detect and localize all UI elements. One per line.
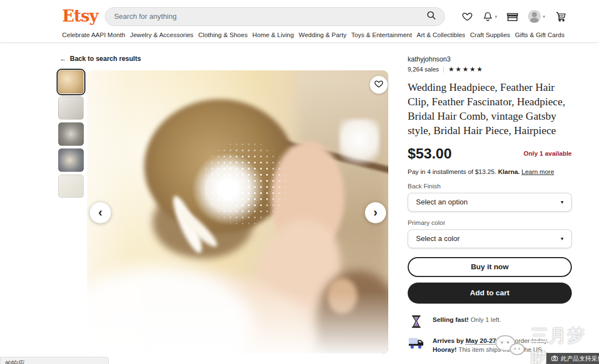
back-link-label: Back to search results bbox=[70, 55, 141, 63]
arrives-suffix: if you order today. bbox=[496, 337, 548, 344]
chevron-left-icon: ‹ bbox=[98, 207, 102, 219]
seller-rating-row[interactable]: 9,264 sales ★★★★★ bbox=[408, 65, 572, 73]
nav-wedding-party[interactable]: Wedding & Party bbox=[299, 32, 347, 38]
chevron-down-icon: ▾ bbox=[495, 14, 498, 19]
option-label-primary-color: Primary color bbox=[408, 219, 572, 226]
notifications-button[interactable]: ▾ bbox=[483, 11, 498, 22]
thumbnail-5[interactable] bbox=[58, 175, 84, 198]
photo-birdcage-veil bbox=[197, 141, 292, 225]
buy-it-now-button[interactable]: Buy it now bbox=[408, 257, 572, 277]
avatar-icon bbox=[528, 10, 541, 23]
account-button[interactable]: ▾ bbox=[528, 10, 545, 23]
header-icons: ▾ ▾ bbox=[461, 10, 567, 23]
etsy-listing-page: Etsy bbox=[0, 0, 599, 364]
add-to-cart-button[interactable]: Add to cart bbox=[408, 283, 572, 304]
category-nav: Celebrate AAPI Month Jewelry & Accessori… bbox=[0, 28, 599, 42]
arrives-prefix: Arrives by bbox=[433, 337, 465, 344]
installments-line: Pay in 4 installments of $13.25. Klarna.… bbox=[408, 168, 572, 175]
main-product-photo[interactable] bbox=[87, 70, 388, 353]
thumbnail-1-selected[interactable] bbox=[58, 70, 84, 94]
nav-clothing-shoes[interactable]: Clothing & Shoes bbox=[199, 32, 248, 38]
photo-dress-bow bbox=[339, 119, 379, 170]
shopping-cart-icon bbox=[555, 11, 567, 22]
option-label-back-finish: Back Finish bbox=[408, 183, 572, 189]
search-icon[interactable] bbox=[426, 10, 436, 23]
price: $53.00 bbox=[408, 145, 452, 162]
browser-status-bubble: 的响应 bbox=[0, 357, 109, 364]
status-bubble-text: 的响应 bbox=[5, 360, 25, 364]
back-to-search-link[interactable]: ← Back to search results bbox=[60, 55, 141, 63]
primary-color-select-value: Select a color bbox=[416, 234, 460, 243]
thumbnail-list bbox=[58, 70, 86, 201]
camera-icon bbox=[551, 355, 558, 362]
urgency-bold: Selling fast! bbox=[433, 316, 469, 323]
chevron-right-icon: › bbox=[373, 207, 377, 219]
chevron-down-icon: ▾ bbox=[542, 14, 545, 19]
free-shipping-text: This item ships free to the US. bbox=[456, 346, 544, 353]
hourglass-icon bbox=[408, 315, 424, 328]
thumbnail-3[interactable] bbox=[58, 122, 84, 146]
back-finish-select[interactable]: Select an option ▾ bbox=[408, 193, 572, 212]
price-row: $53.00 Only 1 available bbox=[408, 145, 572, 162]
search-bar[interactable] bbox=[105, 7, 445, 26]
seller-name-link[interactable]: kathyjohnson3 bbox=[408, 55, 572, 63]
chevron-down-icon: ▾ bbox=[561, 235, 564, 242]
etsy-logo[interactable]: Etsy bbox=[62, 8, 98, 24]
divider bbox=[443, 66, 444, 73]
urgency-rest: Only 1 left. bbox=[470, 316, 501, 323]
storefront-icon bbox=[506, 11, 519, 22]
shipping-text: Arrives by May 20-27 if you order today.… bbox=[433, 336, 549, 354]
klarna-brand: Klarna. bbox=[498, 168, 520, 175]
photo-vignette bbox=[87, 291, 388, 353]
capture-badge-text: 此产品支持采集 bbox=[561, 355, 599, 363]
truck-icon bbox=[408, 336, 424, 350]
shipping-row: Arrives by May 20-27 if you order today.… bbox=[408, 336, 572, 354]
bell-icon bbox=[483, 11, 493, 22]
installments-text: Pay in 4 installments of $13.25. bbox=[408, 168, 496, 175]
learn-more-link[interactable]: Learn more bbox=[521, 168, 554, 175]
nav-art-collectibles[interactable]: Art & Collectibles bbox=[417, 32, 465, 38]
search-input[interactable] bbox=[114, 12, 426, 20]
urgency-row: Selling fast! Only 1 left. bbox=[408, 315, 572, 328]
nav-celebrate-aapi-month[interactable]: Celebrate AAPI Month bbox=[62, 32, 125, 38]
listing-details-panel: kathyjohnson3 9,264 sales ★★★★★ Wedding … bbox=[408, 55, 572, 364]
nav-toys-entertainment[interactable]: Toys & Entertainment bbox=[351, 32, 412, 38]
star-rating-icon: ★★★★★ bbox=[448, 65, 484, 73]
nav-gifts-gift-cards[interactable]: Gifts & Gift Cards bbox=[515, 32, 564, 38]
back-arrow-icon: ← bbox=[60, 55, 67, 63]
heart-outline-icon bbox=[374, 79, 384, 91]
thumbnail-2[interactable] bbox=[58, 96, 84, 120]
primary-color-select[interactable]: Select a color ▾ bbox=[408, 229, 572, 248]
favorites-button[interactable] bbox=[461, 11, 473, 22]
sales-count: 9,264 sales bbox=[408, 66, 439, 73]
heart-outline-icon bbox=[461, 11, 473, 22]
nav-craft-supplies[interactable]: Craft Supplies bbox=[470, 32, 510, 38]
shop-manager-button[interactable] bbox=[506, 11, 519, 22]
nav-home-living[interactable]: Home & Living bbox=[252, 32, 294, 38]
top-bar: Etsy bbox=[0, 0, 599, 28]
capture-plugin-badge[interactable]: 此产品支持采集 bbox=[546, 353, 599, 364]
previous-image-button[interactable]: ‹ bbox=[90, 202, 111, 223]
listing-title: Wedding Headpiece, Feather Hair Clip, Fe… bbox=[408, 80, 572, 138]
favorite-listing-button[interactable] bbox=[370, 76, 388, 94]
urgency-text: Selling fast! Only 1 left. bbox=[433, 315, 501, 324]
hooray-bold: Hooray! bbox=[433, 346, 456, 353]
chevron-down-icon: ▾ bbox=[561, 199, 564, 205]
cart-button[interactable] bbox=[555, 11, 567, 22]
arrives-date-link[interactable]: May 20-27 bbox=[465, 337, 496, 345]
nav-jewelry-accessories[interactable]: Jewelry & Accessories bbox=[130, 32, 193, 38]
back-finish-select-value: Select an option bbox=[416, 198, 468, 206]
next-image-button[interactable]: › bbox=[365, 202, 386, 223]
availability-badge: Only 1 available bbox=[524, 150, 572, 157]
thumbnail-4[interactable] bbox=[58, 148, 84, 172]
site-header: Etsy bbox=[0, 0, 599, 43]
